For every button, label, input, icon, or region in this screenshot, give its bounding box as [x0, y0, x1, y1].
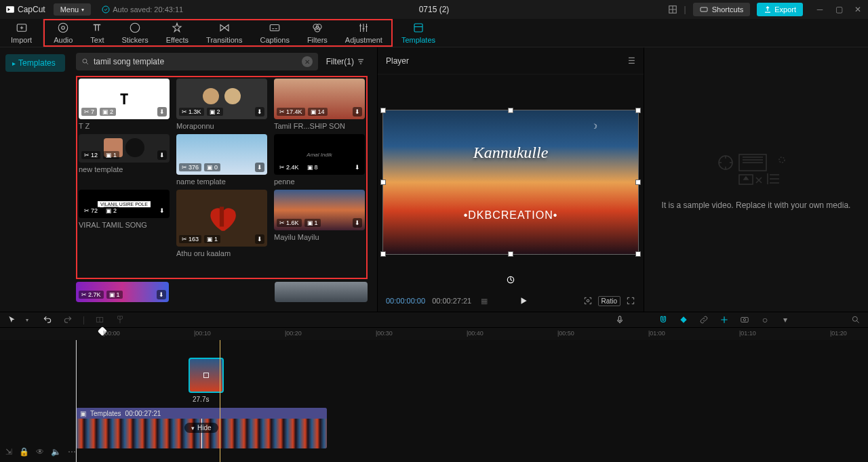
placeholder-graphic [715, 149, 797, 190]
download-icon[interactable]: ⬇ [255, 234, 264, 244]
svg-rect-8 [270, 25, 279, 31]
adjustment-tab[interactable]: Adjustment [336, 20, 391, 45]
marker-icon[interactable] [115, 314, 125, 325]
redo-icon[interactable] [62, 314, 73, 325]
text-tab[interactable]: Text [81, 20, 113, 45]
link-icon[interactable] [698, 314, 709, 325]
templates-icon [412, 22, 425, 34]
download-icon[interactable]: ⬇ [157, 290, 166, 299]
player-menu-icon[interactable]: ☰ [628, 56, 635, 66]
overlay-text-1: Kannukulle [473, 144, 549, 162]
undo-icon[interactable] [42, 314, 53, 325]
video-preview[interactable]: ☽ Kannukulle •DKBCREATION• [383, 110, 638, 254]
svg-rect-22 [741, 318, 749, 322]
filter-icon [357, 58, 365, 66]
overlay-text-2: •DKBCREATION• [464, 209, 558, 222]
layout-icon[interactable] [668, 5, 677, 14]
templates-tab[interactable]: Templates [393, 19, 444, 47]
captions-tab[interactable]: Captions [251, 20, 298, 45]
download-icon[interactable]: ⬇ [255, 163, 264, 172]
fullscreen-icon[interactable] [626, 296, 635, 306]
template-item[interactable]: ✂ 12▣ 1⬇ new template [79, 134, 170, 186]
download-icon[interactable]: ⬇ [255, 107, 264, 117]
template-item[interactable] [275, 282, 368, 302]
template-item[interactable]: ✂ 163▣ 1⬇ Athu oru kaalam [176, 190, 267, 257]
shortcuts-button[interactable]: Shortcuts [693, 3, 750, 16]
magnet-icon[interactable] [658, 314, 669, 325]
template-item[interactable]: ✂ 1.6K▣ 1⬇ Mayilu Mayilu [274, 190, 365, 257]
audio-tab[interactable]: Audio [45, 20, 81, 45]
template-results-highlight: T ✂ 7▣ 2⬇ T Z ✂ 1.3K▣ 2⬇ Moraponnu [76, 76, 368, 279]
transitions-icon [218, 22, 231, 34]
player-label: Player [386, 56, 409, 66]
play-button[interactable] [519, 296, 528, 306]
tl-eye-icon[interactable]: 👁 [36, 447, 44, 457]
autosave-status: Auto saved: 20:43:11 [102, 5, 183, 14]
tl-mute-icon[interactable]: 🔈 [51, 447, 61, 457]
filters-tab[interactable]: Filters [298, 20, 336, 45]
zoom-out-icon[interactable]: ○ [760, 314, 770, 325]
sample-media-text: It is a sample video. Replace it with yo… [648, 201, 865, 210]
filter-button[interactable]: Filter(1) [323, 57, 368, 66]
timeline-settings-icon[interactable]: ▾ [780, 314, 791, 325]
tl-lock-icon[interactable]: 🔒 [19, 447, 29, 457]
effects-tab[interactable]: Effects [157, 20, 197, 45]
split-icon[interactable] [94, 314, 105, 325]
svg-point-15 [587, 299, 589, 302]
timeline-ruler[interactable]: |00:00 |00:10 |00:20 |00:30 |00:40 |00:5… [0, 328, 868, 340]
template-item[interactable]: ✂ 17.4K▣ 14⬇ Tamil FR...SHIP SON [274, 79, 365, 130]
template-track-clip[interactable]: ▣ Templates 00:00:27:21 ▾ Hide [76, 408, 327, 448]
app-logo: CapCut [5, 5, 45, 14]
ratio-button[interactable]: Ratio [598, 296, 620, 306]
download-icon[interactable]: ⬇ [157, 150, 167, 160]
rotate-handle-icon[interactable] [506, 275, 515, 285]
capture-icon[interactable] [739, 314, 750, 325]
template-item[interactable]: ✂ 376▣ 0⬇ name template [176, 134, 267, 186]
filters-icon [311, 22, 323, 34]
search-icon [81, 58, 90, 66]
sidebar-item-templates[interactable]: ▸ Templates [5, 54, 65, 72]
svg-point-5 [59, 23, 68, 33]
template-item[interactable]: T ✂ 7▣ 2⬇ T Z [79, 79, 170, 130]
preview-axis-icon[interactable] [719, 314, 730, 325]
template-item[interactable]: VILANIL USIRE POLE ✂ 72▣ 2⬇ VIRAL TAMIL … [79, 190, 170, 257]
close-icon[interactable]: ✕ [853, 5, 863, 14]
download-icon[interactable]: ⬇ [157, 206, 167, 215]
effects-icon [171, 22, 183, 34]
mic-icon[interactable] [614, 314, 625, 325]
stickers-icon [129, 22, 141, 34]
download-icon[interactable]: ⬇ [157, 107, 167, 117]
playhead-line[interactable] [220, 340, 220, 462]
blade-icon[interactable] [678, 314, 689, 325]
audio-icon [57, 22, 69, 34]
tl-collapse-icon[interactable]: ⇲ [5, 447, 12, 457]
import-tab[interactable]: Import [0, 19, 43, 47]
transitions-tab[interactable]: Transitions [197, 20, 251, 45]
scan-icon[interactable] [583, 296, 593, 306]
template-item[interactable]: Amal Indik ✂ 2.4K▣ 8⬇ penne [274, 134, 365, 186]
clear-search-icon[interactable]: ✕ [302, 56, 313, 67]
template-item[interactable]: ✂ 1.3K▣ 2⬇ Moraponnu [176, 79, 267, 130]
download-icon[interactable]: ⬇ [353, 218, 362, 228]
time-current: 00:00:00:00 [386, 297, 425, 305]
stickers-tab[interactable]: Stickers [113, 20, 157, 45]
captions-icon [269, 22, 281, 34]
tl-more-icon[interactable]: ⋯ [68, 447, 76, 457]
template-track-icon: ▣ [80, 410, 86, 417]
zoom-fit-icon[interactable] [850, 314, 861, 325]
timeline-clip-thumb[interactable] [189, 358, 224, 393]
template-item[interactable]: ✂ 2.7K▣ 1⬇ [76, 282, 169, 302]
pointer-tool-icon[interactable] [7, 314, 18, 325]
download-icon[interactable]: ⬇ [353, 163, 362, 172]
export-button[interactable]: Export [757, 3, 803, 16]
svg-rect-3 [701, 7, 707, 12]
download-icon[interactable]: ⬇ [353, 107, 362, 117]
menu-button[interactable]: Menu ▾ [54, 3, 92, 16]
grid-icon[interactable]: ▦ [481, 297, 488, 306]
minimize-icon[interactable]: ─ [815, 5, 825, 14]
pointer-dropdown-icon[interactable]: ▾ [22, 314, 33, 325]
search-input[interactable]: ✕ [76, 53, 318, 70]
hide-track-button[interactable]: ▾ Hide [184, 423, 218, 433]
svg-point-7 [130, 23, 140, 33]
maximize-icon[interactable]: ▢ [834, 5, 844, 14]
